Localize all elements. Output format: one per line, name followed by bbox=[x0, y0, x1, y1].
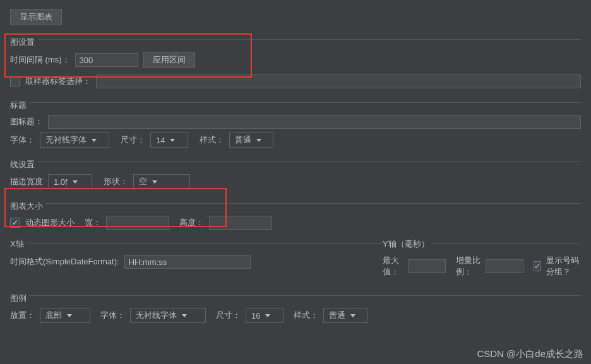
graph-settings-section: 图设置 时间间隔 (ms)： 应用区间 bbox=[10, 34, 581, 68]
time-format-input[interactable] bbox=[124, 255, 251, 269]
watermark: CSDN @小白de成长之路 bbox=[477, 348, 583, 360]
legend-size-label: 尺寸： bbox=[216, 310, 241, 321]
stroke-width-label: 描边宽度 bbox=[10, 176, 43, 187]
legend-legend: 图例 bbox=[10, 293, 29, 303]
height-label: 高度： bbox=[179, 217, 204, 228]
dynamic-size-label: 动态图形大小 bbox=[25, 217, 75, 228]
chart-title-label: 图标题： bbox=[10, 116, 43, 127]
apply-interval-button[interactable]: 应用区间 bbox=[143, 52, 195, 68]
show-group-label: 显示号码分组？ bbox=[546, 255, 581, 278]
title-size-value: 14 bbox=[156, 136, 165, 145]
chevron-down-icon bbox=[350, 314, 355, 317]
legend-style-value: 普通 bbox=[329, 310, 345, 321]
shape-value: 空 bbox=[139, 176, 147, 187]
interval-input[interactable] bbox=[75, 53, 138, 67]
title-style-select[interactable]: 普通 bbox=[229, 132, 273, 148]
max-value-input[interactable] bbox=[408, 259, 446, 273]
line-section: 线设置 描边宽度 1.0f 形状： 空 bbox=[10, 156, 581, 189]
legend-font-value: 无衬线字体 bbox=[136, 310, 177, 321]
title-style-value: 普通 bbox=[235, 134, 251, 146]
stroke-width-select[interactable]: 1.0f bbox=[48, 174, 92, 189]
sampler-checkbox[interactable] bbox=[10, 76, 20, 86]
title-font-select[interactable]: 无衬线字体 bbox=[40, 132, 109, 148]
y-axis-legend: Y轴（毫秒） bbox=[383, 239, 432, 249]
increment-input[interactable] bbox=[486, 259, 523, 273]
chevron-down-icon bbox=[92, 139, 97, 142]
legend-section: 图例 放置： 底部 字体： 无衬线字体 尺寸： 16 样式： 普通 bbox=[10, 290, 581, 323]
show-group-checkbox[interactable] bbox=[534, 261, 541, 271]
title-font-value: 无衬线字体 bbox=[45, 134, 87, 146]
shape-label: 形状： bbox=[104, 176, 128, 187]
title-style-label: 样式： bbox=[200, 134, 224, 146]
show-chart-button[interactable]: 显示图表 bbox=[10, 9, 62, 25]
legend-size-select[interactable]: 16 bbox=[246, 308, 284, 323]
legend-font-select[interactable]: 无衬线字体 bbox=[130, 308, 206, 323]
chart-size-section: 图表大小 动态图形大小 宽： 高度： bbox=[10, 198, 581, 230]
placement-select[interactable]: 底部 bbox=[40, 308, 90, 323]
title-size-select[interactable]: 14 bbox=[150, 132, 188, 148]
chevron-down-icon bbox=[256, 139, 261, 142]
legend-font-label: 字体： bbox=[100, 310, 125, 321]
graph-settings-legend: 图设置 bbox=[10, 37, 37, 47]
sampler-input[interactable] bbox=[96, 74, 581, 88]
x-axis-legend: X轴 bbox=[10, 239, 27, 249]
width-label: 宽： bbox=[85, 217, 101, 228]
y-axis-section: Y轴（毫秒） 最大值： 增量比例： 显示号码分组？ bbox=[383, 238, 581, 281]
title-size-label: 尺寸： bbox=[121, 134, 145, 146]
interval-label: 时间间隔 (ms)： bbox=[10, 54, 70, 66]
sampler-label: 取样器标签选择： bbox=[25, 76, 91, 87]
width-input[interactable] bbox=[106, 216, 169, 230]
x-axis-section: X轴 时间格式(SimpleDateFormat): bbox=[10, 238, 383, 281]
chevron-down-icon bbox=[152, 180, 157, 184]
chevron-down-icon bbox=[182, 314, 187, 317]
legend-size-value: 16 bbox=[251, 311, 260, 320]
line-legend: 线设置 bbox=[10, 160, 37, 169]
chevron-down-icon bbox=[170, 139, 175, 142]
title-section: 标题 图标题： 字体： 无衬线字体 尺寸： 14 样式： 普通 bbox=[10, 97, 581, 148]
max-value-label: 最大值： bbox=[383, 255, 403, 278]
height-input[interactable] bbox=[209, 216, 272, 230]
dynamic-size-checkbox[interactable] bbox=[10, 218, 20, 228]
chart-title-input[interactable] bbox=[48, 115, 581, 129]
shape-select[interactable]: 空 bbox=[133, 174, 190, 189]
stroke-width-value: 1.0f bbox=[54, 177, 68, 187]
time-format-label: 时间格式(SimpleDateFormat): bbox=[10, 256, 119, 267]
legend-style-label: 样式： bbox=[294, 310, 318, 321]
chevron-down-icon bbox=[67, 314, 72, 317]
chevron-down-icon bbox=[265, 314, 270, 317]
chevron-down-icon bbox=[73, 180, 78, 184]
title-legend: 标题 bbox=[10, 100, 29, 110]
placement-label: 放置： bbox=[10, 310, 35, 321]
legend-style-select[interactable]: 普通 bbox=[323, 308, 367, 323]
placement-value: 底部 bbox=[45, 310, 62, 321]
title-font-label: 字体： bbox=[10, 134, 35, 146]
chart-size-legend: 图表大小 bbox=[10, 201, 45, 211]
increment-label: 增量比例： bbox=[456, 255, 481, 278]
